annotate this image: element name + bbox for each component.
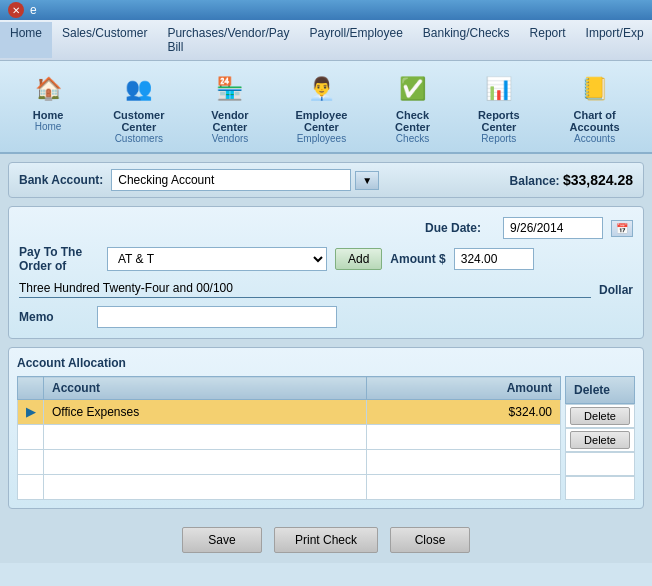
bottom-buttons: Save Print Check Close <box>0 517 652 563</box>
menu-purchases[interactable]: Purchases/Vendor/Pay Bill <box>157 22 299 58</box>
col-amount: Amount <box>367 377 561 400</box>
row-indicator <box>18 425 44 450</box>
toolbar-vendor-label: Vendor Center <box>196 109 265 133</box>
menu-payroll[interactable]: Payroll/Employee <box>299 22 412 58</box>
amount-cell <box>367 475 561 500</box>
toolbar-customer-sub: Customers <box>115 133 163 144</box>
balance-section: Balance: $33,824.28 <box>510 172 633 188</box>
delete-row-4 <box>565 476 635 500</box>
due-date-row: Due Date: 9/26/2014 📅 <box>19 217 633 239</box>
due-date-field[interactable]: 9/26/2014 <box>503 217 603 239</box>
delete-col-header: Delete <box>565 376 635 404</box>
due-date-value: 9/26/2014 <box>510 221 563 235</box>
dollar-label: Dollar <box>599 283 633 297</box>
pay-to-row: Pay To The Order of AT & T Add Amount $ <box>19 245 633 273</box>
row-indicator <box>18 450 44 475</box>
account-cell[interactable]: Office Expenses <box>44 400 367 425</box>
toolbar-reports-sub: Reports <box>481 133 516 144</box>
amount-cell <box>367 425 561 450</box>
written-amount-row: Three Hundred Twenty-Four and 00/100 Dol… <box>19 281 633 298</box>
written-amount: Three Hundred Twenty-Four and 00/100 <box>19 281 591 298</box>
toolbar-check-sub: Checks <box>396 133 429 144</box>
menu-sales[interactable]: Sales/Customer <box>52 22 157 58</box>
toolbar-check[interactable]: ✅ Check Center Checks <box>373 65 453 148</box>
toolbar-customer-label: Customer Center <box>98 109 180 133</box>
bank-account-dropdown[interactable]: ▼ <box>355 171 379 190</box>
table-row <box>18 450 561 475</box>
delete-row-1: Delete <box>565 404 635 428</box>
reports-icon: 📊 <box>479 69 519 109</box>
close-btn[interactable]: ✕ <box>8 2 24 18</box>
menu-report[interactable]: Report <box>520 22 576 58</box>
toolbar-accounts[interactable]: 📒 Chart of Accounts Accounts <box>545 65 644 148</box>
toolbar-check-label: Check Center <box>379 109 447 133</box>
toolbar-reports-label: Reports Center <box>463 109 536 133</box>
row-indicator: ▶ <box>18 400 44 425</box>
amount-field[interactable] <box>454 248 534 270</box>
delete-row-2: Delete <box>565 428 635 452</box>
allocation-section: Account Allocation Account Amount ▶ Offi… <box>8 347 644 509</box>
toolbar-customer[interactable]: 👥 Customer Center Customers <box>92 65 186 148</box>
account-cell[interactable] <box>44 475 367 500</box>
amount-cell <box>367 450 561 475</box>
menu-bar: Home Sales/Customer Purchases/Vendor/Pay… <box>0 20 652 61</box>
menu-import[interactable]: Import/Exp <box>576 22 652 58</box>
amount-cell: $324.00 <box>367 400 561 425</box>
balance-label: Balance: <box>510 174 560 188</box>
table-row <box>18 475 561 500</box>
employees-icon: 👨‍💼 <box>301 69 341 109</box>
toolbar-home[interactable]: 🏠 Home Home <box>8 65 88 148</box>
checks-icon: ✅ <box>393 69 433 109</box>
calendar-button[interactable]: 📅 <box>611 220 633 237</box>
due-date-label: Due Date: <box>425 221 495 235</box>
accounts-icon: 📒 <box>575 69 615 109</box>
memo-row: Memo <box>19 306 633 328</box>
delete-button-1[interactable]: Delete <box>570 407 630 425</box>
balance-value: $33,824.28 <box>563 172 633 188</box>
save-button[interactable]: Save <box>182 527 262 553</box>
allocation-table: Account Amount ▶ Office Expenses $324.00 <box>17 376 561 500</box>
toolbar-employee-label: Employee Center <box>280 109 362 133</box>
payto-select[interactable]: AT & T <box>107 247 327 271</box>
pay-to-label2: Order of <box>19 259 99 273</box>
print-check-button[interactable]: Print Check <box>274 527 378 553</box>
toolbar: 🏠 Home Home 👥 Customer Center Customers … <box>0 61 652 154</box>
check-form: Due Date: 9/26/2014 📅 Pay To The Order o… <box>8 206 644 339</box>
add-button[interactable]: Add <box>335 248 382 270</box>
toolbar-accounts-sub: Accounts <box>574 133 615 144</box>
memo-input[interactable] <box>97 306 337 328</box>
table-row: ▶ Office Expenses $324.00 <box>18 400 561 425</box>
menu-home[interactable]: Home <box>0 22 52 58</box>
bank-account-label: Bank Account: <box>19 173 103 187</box>
delete-button-2[interactable]: Delete <box>570 431 630 449</box>
account-cell[interactable] <box>44 425 367 450</box>
toolbar-accounts-label: Chart of Accounts <box>551 109 638 133</box>
delete-column: Delete Delete Delete <box>565 376 635 500</box>
account-cell[interactable] <box>44 450 367 475</box>
toolbar-reports[interactable]: 📊 Reports Center Reports <box>457 65 542 148</box>
menu-banking[interactable]: Banking/Checks <box>413 22 520 58</box>
title-bar: ✕ e <box>0 0 652 20</box>
toolbar-home-label: Home <box>33 109 64 121</box>
toolbar-employee-sub: Employees <box>297 133 346 144</box>
pay-to-label: Pay To The <box>19 245 99 259</box>
col-indicator <box>18 377 44 400</box>
customers-icon: 👥 <box>119 69 159 109</box>
home-icon: 🏠 <box>28 69 68 109</box>
toolbar-home-sub: Home <box>35 121 62 132</box>
amount-label: Amount $ <box>390 252 445 266</box>
col-account: Account <box>44 377 367 400</box>
delete-row-3 <box>565 452 635 476</box>
toolbar-employee[interactable]: 👨‍💼 Employee Center Employees <box>274 65 368 148</box>
vendors-icon: 🏪 <box>210 69 250 109</box>
bank-account-value: Checking Account <box>118 173 214 187</box>
main-content: Bank Account: Checking Account ▼ Balance… <box>0 154 652 517</box>
memo-label: Memo <box>19 310 89 324</box>
bank-account-row: Bank Account: Checking Account ▼ Balance… <box>8 162 644 198</box>
close-button[interactable]: Close <box>390 527 470 553</box>
toolbar-vendor-sub: Vendors <box>212 133 249 144</box>
row-indicator <box>18 475 44 500</box>
bank-account-select[interactable]: Checking Account <box>111 169 351 191</box>
allocation-title: Account Allocation <box>17 356 635 370</box>
toolbar-vendor[interactable]: 🏪 Vendor Center Vendors <box>190 65 271 148</box>
